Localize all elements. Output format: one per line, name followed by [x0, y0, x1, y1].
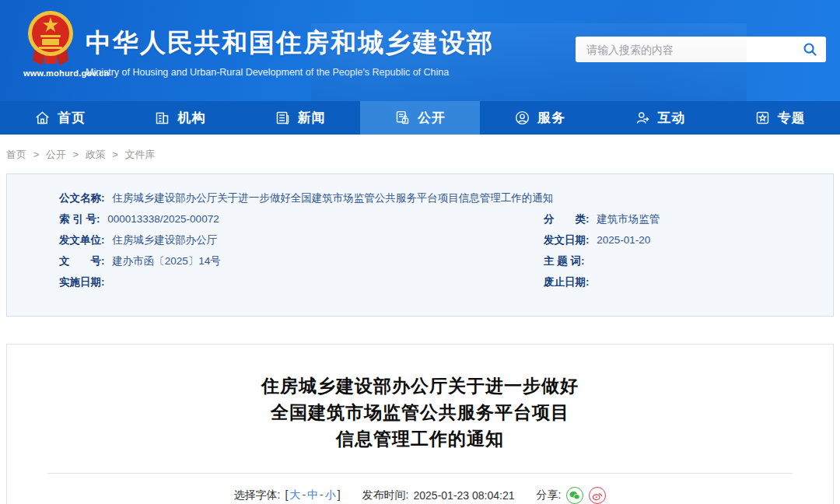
meta-doc-name: 公文名称: 住房城乡建设部办公厅关于进一步做好全国建筑市场监管公共服务平台项目信…	[7, 187, 833, 208]
nav-item-home[interactable]: 首页	[0, 101, 120, 135]
breadcrumb-library[interactable]: 文件库	[125, 149, 156, 160]
meta-impl-date: 实施日期:	[7, 271, 544, 292]
breadcrumb-separator: >	[72, 149, 79, 160]
bracket-open: [	[285, 488, 288, 501]
nav-item-label: 首页	[58, 109, 86, 127]
breadcrumb-disclosure[interactable]: 公开	[46, 149, 66, 160]
national-emblem: www.mohurd.gov.cn	[23, 9, 78, 81]
meta-repeal-date-label: 废止日期:	[544, 276, 590, 288]
breadcrumb-home[interactable]: 首页	[6, 149, 26, 160]
meta-impl-date-label: 实施日期:	[59, 276, 105, 288]
article-meta-row: 选择字体: [大-中-小] 发布时间: 2025-01-23 08:04:21 …	[7, 487, 833, 504]
publish-time-value: 2025-01-23 08:04:21	[414, 489, 515, 502]
news-icon	[275, 110, 291, 126]
service-icon	[514, 110, 530, 126]
nav-item-label: 专题	[778, 109, 806, 127]
breadcrumb-separator: >	[33, 149, 40, 160]
organization-icon	[154, 110, 170, 126]
meta-doc-number-value: 建办市函〔2025〕14号	[112, 255, 221, 267]
share-wechat-icon[interactable]	[566, 487, 583, 504]
article-panel: 住房城乡建设部办公厅关于进一步做好 全国建筑市场监管公共服务平台项目 信息管理工…	[6, 344, 834, 504]
meta-index-value: 000013338/2025-00072	[107, 213, 219, 225]
meta-doc-number: 文 号: 建办市函〔2025〕14号	[7, 250, 544, 271]
title-divider	[47, 473, 793, 474]
meta-issuer: 发文单位: 住房城乡建设部办公厅	[7, 229, 544, 250]
font-size-large[interactable]: 大	[289, 488, 300, 501]
main-nav: 首页 机构 新闻 公开 服务 互动	[0, 101, 840, 135]
meta-issue-date: 发文日期: 2025-01-20	[544, 229, 833, 250]
font-size-medium[interactable]: 中	[307, 488, 318, 501]
font-select-group: [大-中-小]	[285, 488, 340, 502]
site-url: www.mohurd.gov.cn	[23, 68, 78, 78]
nav-item-organization[interactable]: 机构	[120, 101, 240, 135]
breadcrumb-policy[interactable]: 政策	[86, 149, 106, 160]
meta-index: 索 引 号: 000013338/2025-00072	[7, 208, 544, 229]
font-select-label: 选择字体:	[234, 488, 281, 502]
nav-item-label: 新闻	[298, 109, 326, 127]
share-label: 分享:	[537, 488, 562, 502]
meta-doc-name-label: 公文名称:	[59, 192, 105, 204]
font-size-dash: -	[320, 488, 324, 501]
meta-index-label: 索 引 号:	[59, 213, 100, 225]
nav-item-interaction[interactable]: 互动	[600, 101, 719, 135]
nav-item-label: 服务	[537, 109, 565, 127]
nav-item-label: 公开	[418, 109, 446, 127]
meta-issuer-label: 发文单位:	[59, 234, 105, 246]
breadcrumb-separator: >	[112, 149, 118, 160]
search-box	[576, 37, 826, 62]
disclosure-icon	[394, 110, 411, 126]
font-size-dash: -	[302, 488, 306, 501]
meta-issue-date-value: 2025-01-20	[597, 234, 650, 246]
nav-item-news[interactable]: 新闻	[240, 101, 360, 135]
meta-repeal-date: 废止日期:	[544, 271, 833, 292]
site-header: www.mohurd.gov.cn 中华人民共和国住房和城乡建设部 Minist…	[0, 0, 840, 101]
meta-issue-date-label: 发文日期:	[544, 234, 590, 246]
nav-item-topic[interactable]: 专题	[720, 101, 840, 135]
meta-issuer-value: 住房城乡建设部办公厅	[112, 234, 217, 246]
breadcrumb: 首页 > 公开 > 政策 > 文件库	[0, 135, 840, 162]
topic-icon	[754, 110, 771, 126]
article-title-line1: 住房城乡建设部办公厅关于进一步做好	[7, 373, 833, 399]
meta-category-label: 分 类:	[544, 213, 590, 225]
home-icon	[34, 110, 51, 126]
nav-item-service[interactable]: 服务	[480, 101, 600, 135]
article-title: 住房城乡建设部办公厅关于进一步做好 全国建筑市场监管公共服务平台项目 信息管理工…	[7, 373, 833, 452]
nav-item-label: 机构	[177, 109, 205, 127]
font-size-small[interactable]: 小	[325, 488, 336, 501]
interaction-icon	[635, 110, 651, 126]
nav-item-disclosure[interactable]: 公开	[360, 101, 480, 135]
meta-category: 分 类: 建筑市场监管	[544, 208, 833, 229]
site-title-english: Ministry of Housing and Urban-Rural Deve…	[86, 67, 494, 78]
meta-category-value: 建筑市场监管	[597, 213, 660, 225]
meta-doc-number-label: 文 号:	[59, 255, 105, 267]
article-title-line2: 全国建筑市场监管公共服务平台项目	[7, 399, 833, 425]
search-input[interactable]	[586, 44, 801, 56]
bracket-close: ]	[338, 488, 341, 501]
article-title-line3: 信息管理工作的通知	[7, 425, 833, 452]
meta-keywords-label: 主 题 词:	[544, 255, 585, 267]
meta-keywords: 主 题 词:	[544, 250, 833, 271]
site-title-chinese: 中华人民共和国住房和城乡建设部	[86, 26, 494, 61]
publish-time-label: 发布时间:	[362, 488, 409, 502]
national-emblem-icon	[26, 9, 75, 67]
document-metadata-panel: 公文名称: 住房城乡建设部办公厅关于进一步做好全国建筑市场监管公共服务平台项目信…	[6, 173, 834, 317]
meta-doc-name-value: 住房城乡建设部办公厅关于进一步做好全国建筑市场监管公共服务平台项目信息管理工作的…	[112, 192, 553, 204]
share-weibo-icon[interactable]	[589, 487, 606, 504]
nav-item-label: 互动	[658, 109, 686, 127]
search-icon[interactable]	[801, 41, 818, 58]
